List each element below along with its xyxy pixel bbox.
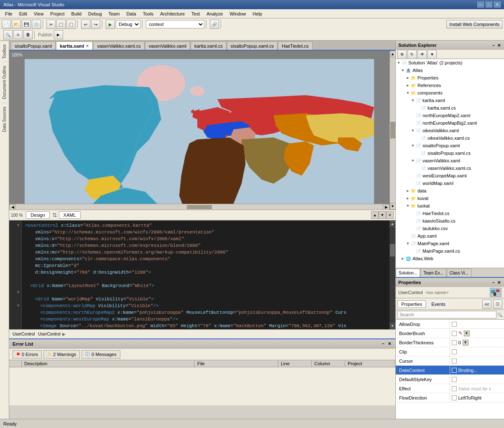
redo-btn[interactable]: ↪ xyxy=(91,20,100,29)
xaml-scroll-down[interactable]: ▼ xyxy=(389,323,395,329)
tree-properties[interactable]: ► 📁 Properties xyxy=(396,74,504,82)
menu-file[interactable]: File xyxy=(2,10,16,17)
save-all-btn[interactable]: 💿 xyxy=(32,20,41,29)
props-close-icon[interactable]: ✕ xyxy=(496,280,501,285)
warnings-tab[interactable]: ⚠ 2 Warnings xyxy=(43,350,80,359)
sol-tab-solution[interactable]: Solution... xyxy=(396,269,420,277)
menu-view[interactable]: View xyxy=(31,10,47,17)
col-file[interactable]: File xyxy=(195,360,278,367)
tree-atlas-web[interactable]: ► 🌐 Atlas.Web xyxy=(396,255,504,262)
error-list-pin[interactable]: − xyxy=(381,341,385,346)
col-column[interactable]: Column xyxy=(312,360,345,367)
props-properties-tab[interactable]: Properties xyxy=(397,300,426,308)
code-content-area[interactable]: <UserControl x:Class="Atlas.components.k… xyxy=(22,220,395,329)
borderbrush-edit-icon[interactable]: ✎ xyxy=(458,331,462,336)
menu-window[interactable]: Window xyxy=(226,10,249,17)
scroll-right-btn[interactable]: ▶ xyxy=(383,204,389,210)
sol-pin-icon[interactable]: − xyxy=(491,43,496,48)
sort-category-btn[interactable]: ☷ xyxy=(493,300,502,309)
save-btn[interactable]: 💾 xyxy=(22,20,31,29)
xaml-scroll-thumb[interactable] xyxy=(390,244,395,256)
tree-northeuropemapbig2[interactable]: 📄 northEuropeMapBig2.xaml xyxy=(396,119,504,127)
publish-btn[interactable]: ▶ xyxy=(54,30,63,39)
datacontext-checkbox[interactable] xyxy=(452,368,457,373)
close-tab-icon[interactable]: ✕ xyxy=(86,44,89,48)
prop-row-effect[interactable]: Effect Value must be s xyxy=(396,384,504,393)
borderbrush-checkbox[interactable] xyxy=(452,331,457,336)
install-web-components-btn[interactable]: Install Web Components xyxy=(446,20,502,28)
menu-test[interactable]: Test xyxy=(188,10,203,17)
menu-data[interactable]: Data xyxy=(123,10,139,17)
error-list-close[interactable]: ✕ xyxy=(387,341,392,346)
clip-checkbox[interactable] xyxy=(452,349,457,354)
tree-kartta-xaml[interactable]: ▼ 📄 kartta.xaml xyxy=(396,97,504,104)
scroll-left-btn[interactable]: ◀ xyxy=(9,204,16,210)
menu-analyze[interactable]: Analyze xyxy=(203,10,226,17)
sol-filter-btn[interactable]: ▼ xyxy=(428,50,437,59)
prop-row-datacontext[interactable]: DataContext Binding... xyxy=(396,366,504,375)
effect-checkbox[interactable] xyxy=(452,386,457,391)
menu-tools[interactable]: Tools xyxy=(140,10,157,17)
sidebar-document-outline[interactable]: Document Outline xyxy=(1,62,8,103)
menu-help[interactable]: Help xyxy=(249,10,266,17)
cursor-checkbox[interactable] xyxy=(452,359,457,364)
new-project-btn[interactable]: 📄 xyxy=(2,20,11,29)
col-project[interactable]: Project xyxy=(345,360,395,367)
tree-oikeavalikko[interactable]: ▼ 📄 oikeaValikko.xaml xyxy=(396,127,504,134)
xaml-editor[interactable]: ▼ ▼ ▼ xyxy=(9,220,395,329)
vertical-scrollbar[interactable]: ▲ ▼ xyxy=(389,51,395,210)
menu-edit[interactable]: Edit xyxy=(16,10,31,17)
borderthickness-dropdown[interactable]: ▼ xyxy=(463,340,468,346)
close-button[interactable]: ✕ xyxy=(494,2,501,8)
tree-northeuropemap2[interactable]: 📄 northEuropeMap2.xaml xyxy=(396,112,504,119)
sort-alpha-btn[interactable]: Az xyxy=(482,300,491,309)
tree-taulukko-csv[interactable]: 📄 taulukko.csv xyxy=(396,225,504,232)
allowdrop-checkbox[interactable] xyxy=(452,322,457,327)
sidebar-toolbox[interactable]: Toolbox xyxy=(1,41,8,62)
props-events-tab[interactable]: Events xyxy=(428,300,449,308)
tree-sisaltopopup-cs[interactable]: 📄 sisaltoPopup.xaml.cs xyxy=(396,149,504,157)
xaml-v-scroll[interactable]: ▲ ▼ xyxy=(389,220,395,329)
col-description[interactable]: Description xyxy=(22,360,195,367)
prop-row-defaultstylekey[interactable]: DefaultStyleKey xyxy=(396,375,504,384)
tree-kuvat-folder[interactable]: ► 📁 kuvat xyxy=(396,195,504,202)
sol-refresh-btn[interactable]: ↻ xyxy=(407,50,417,59)
run-btn[interactable]: ▶ xyxy=(106,20,115,29)
tree-kartta-cs[interactable]: 📄 kartta.xaml.cs xyxy=(396,104,504,112)
sol-tab-team[interactable]: Team Ex... xyxy=(420,269,446,277)
bold-btn[interactable]: B xyxy=(23,30,33,39)
africa[interactable] xyxy=(179,137,246,204)
copy-btn[interactable]: 📋 xyxy=(56,20,66,29)
tree-mainpage-xaml[interactable]: ▼ 📄 MainPage.xaml xyxy=(396,240,504,247)
tab-kartta-xaml[interactable]: kartta.xaml ✕ xyxy=(56,41,93,50)
tree-components[interactable]: ▼ 📁 components xyxy=(396,89,504,97)
minimize-button[interactable]: — xyxy=(477,2,484,8)
sol-tab-class[interactable]: Class Vi... xyxy=(447,269,471,277)
prop-row-cursor[interactable]: Cursor xyxy=(396,356,504,366)
scroll-up-btn[interactable]: ▲ xyxy=(390,51,396,57)
borderbrush-dropdown[interactable]: ▼ xyxy=(464,331,470,336)
sol-properties-btn[interactable]: ⚙ xyxy=(397,50,407,59)
prop-row-clip[interactable]: Clip xyxy=(396,347,504,356)
prop-row-borderthickness[interactable]: BorderThickness 0 ▼ xyxy=(396,338,504,347)
defaultstylekey-checkbox[interactable] xyxy=(452,377,457,382)
xaml-tab[interactable]: XAML xyxy=(59,211,81,219)
flowdirection-checkbox[interactable] xyxy=(452,395,457,400)
tree-vasenvalikko[interactable]: ▼ 📄 vasenValikko.xaml xyxy=(396,157,504,164)
menu-architecture[interactable]: Architecture xyxy=(157,10,188,17)
messages-tab[interactable]: ⓘ 0 Messages xyxy=(81,350,120,359)
menu-team[interactable]: Team xyxy=(105,10,123,17)
font-size-btn[interactable]: A xyxy=(13,30,23,39)
open-btn[interactable]: 📂 xyxy=(12,20,21,29)
tab-haetiedot-cs[interactable]: HaeTiedot.cs xyxy=(278,41,312,50)
tree-references[interactable]: ► 📁 References xyxy=(396,82,504,89)
props-search-input[interactable] xyxy=(397,311,496,318)
errors-tab[interactable]: ✖ 0 Errors xyxy=(13,350,42,359)
tab-sisaltopopup-cs[interactable]: sisaltoPopup.xaml.cs xyxy=(227,41,277,50)
tree-data-folder[interactable]: ► 📁 data xyxy=(396,187,504,195)
sol-view-btn[interactable]: 👁 xyxy=(417,50,427,59)
tree-atlas-project[interactable]: ▼ 🏦 Atlas xyxy=(396,67,504,74)
prop-row-borderbrush[interactable]: BorderBrush ✎ ▼ xyxy=(396,329,504,338)
tree-oikeavalikko-cs[interactable]: 📄 oikeaValikko.xaml.cs xyxy=(396,134,504,142)
search-btn[interactable]: 🔍 xyxy=(3,30,13,39)
